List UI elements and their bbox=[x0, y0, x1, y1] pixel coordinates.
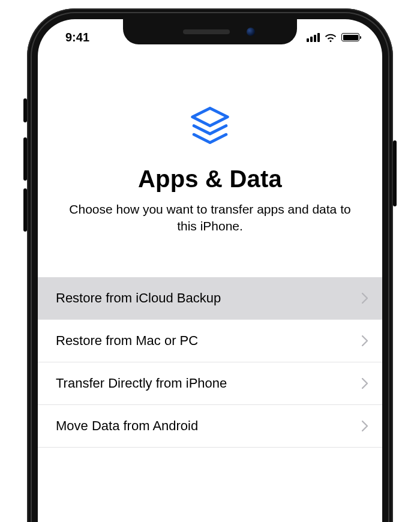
battery-icon bbox=[341, 33, 359, 41]
option-restore-icloud[interactable]: Restore from iCloud Backup bbox=[38, 277, 382, 320]
setup-content: Apps & Data Choose how you want to trans… bbox=[38, 19, 382, 448]
option-move-android[interactable]: Move Data from Android bbox=[38, 405, 382, 448]
option-label: Move Data from Android bbox=[56, 418, 198, 434]
cellular-icon bbox=[307, 33, 320, 42]
page-title: Apps & Data bbox=[38, 166, 382, 193]
page-subtitle: Choose how you want to transfer apps and… bbox=[38, 201, 382, 235]
front-camera bbox=[247, 28, 255, 36]
chevron-right-icon bbox=[362, 335, 368, 346]
status-icons bbox=[307, 32, 359, 42]
chevron-right-icon bbox=[362, 293, 368, 304]
chevron-right-icon bbox=[362, 421, 368, 431]
power-button bbox=[393, 140, 397, 206]
phone-screen: 9:41 Apps & Data bbox=[38, 19, 382, 522]
option-label: Restore from Mac or PC bbox=[56, 333, 198, 349]
mute-switch bbox=[23, 98, 27, 122]
option-label: Restore from iCloud Backup bbox=[56, 290, 221, 306]
notch bbox=[123, 19, 297, 44]
option-restore-mac-pc[interactable]: Restore from Mac or PC bbox=[38, 320, 382, 362]
option-label: Transfer Directly from iPhone bbox=[56, 376, 227, 391]
speaker bbox=[183, 29, 230, 34]
status-time: 9:41 bbox=[65, 31, 89, 44]
volume-down-button bbox=[23, 188, 27, 232]
options-list: Restore from iCloud Backup Restore from … bbox=[38, 277, 382, 448]
chevron-right-icon bbox=[362, 378, 368, 389]
phone-frame: 9:41 Apps & Data bbox=[27, 8, 393, 522]
volume-up-button bbox=[23, 137, 27, 181]
option-transfer-iphone[interactable]: Transfer Directly from iPhone bbox=[38, 362, 382, 405]
stack-icon bbox=[186, 103, 234, 151]
wifi-icon bbox=[324, 32, 337, 42]
